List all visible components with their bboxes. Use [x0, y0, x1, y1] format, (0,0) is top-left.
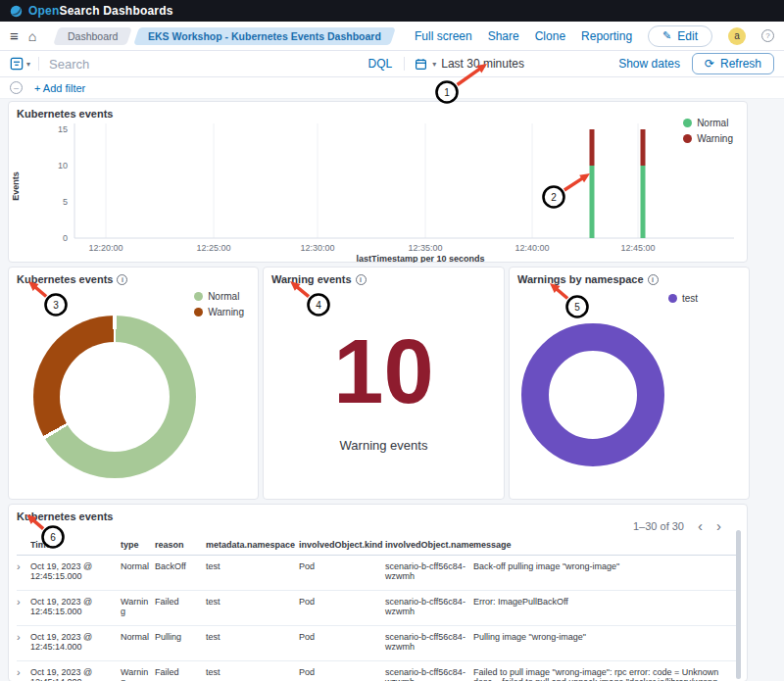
expand-row-icon[interactable]: › [17, 631, 21, 643]
calendar-icon[interactable] [415, 58, 427, 71]
cell-time: Oct 19, 2023 @ 12:45:15.000 [30, 591, 121, 626]
legend-item[interactable]: Normal [683, 118, 733, 128]
panel-title[interactable]: Warnings by namespacei [510, 268, 749, 285]
edit-button[interactable]: ✎ Edit [648, 25, 712, 47]
full-screen-link[interactable]: Full screen [415, 29, 472, 43]
home-icon[interactable]: ⌂ [28, 29, 36, 43]
svg-text:12:35:00: 12:35:00 [408, 243, 442, 253]
table-row: ›Oct 19, 2023 @ 12:45:15.000WarningFaile… [17, 591, 737, 626]
table-pagination: 1–30 of 30 ‹ › [633, 518, 721, 533]
chevron-down-icon: ▾ [432, 60, 436, 69]
filter-options-icon[interactable]: – [10, 81, 23, 94]
cell-name: scenario-b-cff56c84-wzwmh [385, 661, 473, 681]
refresh-icon: ⟳ [705, 57, 714, 71]
expand-row-icon[interactable]: › [17, 560, 21, 572]
cell-kind: Pod [299, 661, 385, 681]
events-donut-chart[interactable] [33, 316, 196, 478]
svg-text:12:30:00: 12:30:00 [300, 243, 334, 253]
events-table: Time▼ type reason metadata.namespace inv… [17, 536, 737, 681]
svg-text:15: 15 [58, 124, 68, 134]
page-prev-icon[interactable]: ‹ [698, 518, 703, 533]
svg-text:12:20:00: 12:20:00 [88, 243, 122, 253]
cell-type: Warning [121, 591, 155, 626]
dql-button[interactable]: DQL [357, 57, 406, 71]
breadcrumb-current-dashboard: EKS Workshop - Kubernetes Events Dashboa… [133, 27, 396, 45]
panel-kubernetes-events-pie: Kubernetes eventsi NormalWarning [8, 267, 259, 500]
column-header-reason[interactable]: reason [155, 536, 206, 556]
expand-row-icon[interactable]: › [17, 596, 21, 608]
cell-message: Failed to pull image "wrong-image": rpc … [473, 661, 737, 681]
saved-query-menu[interactable]: ▾ [10, 57, 39, 71]
avatar[interactable]: a [728, 27, 746, 45]
legend-dot-icon [683, 119, 692, 127]
cell-message: Error: ImagePullBackOff [473, 591, 737, 626]
breadcrumb-dashboard[interactable]: Dashboard [53, 27, 132, 45]
cell-time: Oct 19, 2023 @ 12:45:14.000 [30, 661, 121, 681]
panel-title[interactable]: Kubernetes eventsi [9, 268, 258, 285]
timeseries-chart[interactable]: 12:20:0012:25:0012:30:0012:35:0012:40:00… [9, 120, 749, 263]
app-title: OpenSearch Dashboards [28, 4, 173, 18]
column-header-kind[interactable]: involvedObject.kind [299, 536, 385, 556]
chart-legend: NormalWarning [683, 118, 733, 144]
column-header-type[interactable]: type [121, 536, 155, 556]
refresh-button[interactable]: ⟳ Refresh [692, 53, 774, 74]
cell-type: Normal [121, 626, 155, 661]
legend-label: Normal [697, 118, 728, 128]
expand-row-icon[interactable]: › [17, 666, 21, 678]
column-header-time[interactable]: Time▼ [30, 536, 121, 556]
show-dates-link[interactable]: Show dates [618, 57, 680, 71]
table-row: ›Oct 19, 2023 @ 12:45:14.000NormalPullin… [17, 626, 737, 661]
pagination-range: 1–30 of 30 [633, 520, 684, 532]
cell-namespace: test [206, 626, 299, 661]
clone-link[interactable]: Clone [535, 29, 565, 43]
panel-title[interactable]: Kubernetes events [9, 102, 747, 120]
menu-icon[interactable]: ≡ [10, 28, 19, 43]
cell-message: Pulling image "wrong-image" [473, 626, 737, 661]
info-icon: i [117, 274, 127, 285]
column-header-name[interactable]: involvedObject.name [385, 536, 473, 556]
panel-title[interactable]: Warning eventsi [264, 268, 504, 285]
cell-time: Oct 19, 2023 @ 12:45:14.000 [30, 626, 121, 661]
column-header-namespace[interactable]: metadata.namespace [206, 536, 299, 556]
panel-kubernetes-events-table: Kubernetes events 1–30 of 30 ‹ › Time▼ t… [8, 504, 748, 681]
legend-item[interactable]: Normal [194, 291, 244, 302]
namespace-donut-chart[interactable] [521, 323, 664, 466]
nav-bar: ≡ ⌂ Dashboard EKS Workshop - Kubernetes … [0, 22, 784, 51]
expand-toggle[interactable]: › [17, 626, 30, 661]
search-input[interactable] [39, 57, 356, 72]
opensearch-logo-icon [10, 5, 23, 18]
expand-toggle[interactable]: › [17, 556, 30, 591]
donut-legend: NormalWarning [194, 291, 244, 317]
reporting-link[interactable]: Reporting [581, 29, 632, 43]
legend-dot-icon [194, 292, 203, 301]
cell-message: Back-off pulling image "wrong-image" [473, 556, 737, 591]
help-icon[interactable]: ? [761, 29, 774, 42]
svg-text:lastTimestamp per 10 seconds: lastTimestamp per 10 seconds [357, 254, 485, 263]
table-row: ›Oct 19, 2023 @ 12:45:14.000WarningFaile… [17, 661, 737, 681]
legend-item[interactable]: test [668, 293, 698, 304]
donut-hole [60, 342, 170, 452]
info-icon: i [648, 274, 659, 285]
time-range-value[interactable]: Last 30 minutes [441, 57, 524, 71]
pencil-icon: ✎ [662, 29, 671, 42]
expand-toggle[interactable]: › [17, 591, 30, 626]
legend-item[interactable]: Warning [194, 307, 244, 317]
cell-name: scenario-b-cff56c84-wzwmh [385, 556, 473, 591]
cell-time: Oct 19, 2023 @ 12:45:15.000 [30, 556, 121, 591]
page-next-icon[interactable]: › [716, 518, 721, 533]
panel-kubernetes-events-chart: Kubernetes events 12:20:0012:25:0012:30:… [8, 101, 748, 263]
column-header-message[interactable]: message [473, 536, 737, 556]
cell-kind: Pod [299, 626, 385, 661]
legend-dot-icon [683, 134, 692, 143]
cell-namespace: test [206, 661, 299, 681]
legend-item[interactable]: Warning [683, 133, 733, 144]
legend-dot-icon [668, 294, 677, 303]
expand-toggle[interactable]: › [17, 661, 30, 681]
cell-reason: Failed [155, 661, 206, 681]
share-link[interactable]: Share [488, 29, 519, 43]
cell-reason: Failed [155, 591, 206, 626]
cell-name: scenario-b-cff56c84-wzwmh [385, 591, 473, 626]
add-filter-button[interactable]: + Add filter [34, 82, 85, 94]
table-scrollbar[interactable] [736, 530, 741, 679]
metric-label: Warning events [340, 438, 428, 453]
